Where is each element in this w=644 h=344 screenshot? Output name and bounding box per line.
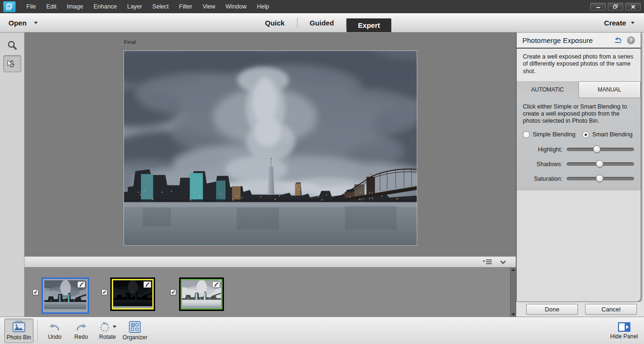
organizer-button[interactable]: Organizer	[121, 319, 149, 343]
thumbnail-1[interactable]	[41, 277, 89, 314]
canvas-view-label: Final	[124, 39, 136, 45]
thumbnail-edit-badge-icon	[212, 281, 220, 288]
panel-description: Create a well exposed photo from a serie…	[517, 49, 641, 81]
simple-blending-radio[interactable]	[523, 131, 530, 138]
bin-item-3	[170, 277, 224, 311]
undo-label: Undo	[48, 334, 62, 340]
menu-bar: File Edit Image Enhance Layer Select Fil…	[0, 0, 644, 13]
taskbar-divider	[37, 320, 38, 342]
minimize-button[interactable]	[590, 3, 606, 10]
panel-action-buttons: Done Cancel	[516, 302, 644, 316]
panel-tabs: AUTOMATIC MANUAL	[517, 81, 641, 98]
shadows-slider[interactable]	[567, 162, 634, 166]
create-button[interactable]: Create	[604, 19, 635, 27]
merged-photo-preview[interactable]	[124, 50, 417, 246]
panel-title: Photomerge Exposure	[522, 36, 593, 44]
menu-window[interactable]: Window	[221, 0, 252, 13]
restore-button[interactable]	[608, 3, 623, 10]
redo-button[interactable]: Redo	[68, 319, 94, 343]
tab-automatic[interactable]: AUTOMATIC	[517, 81, 578, 98]
tab-quick[interactable]: Quick	[253, 13, 297, 32]
rotate-dropdown-caret-icon[interactable]	[113, 326, 116, 328]
undo-icon	[48, 321, 61, 333]
menu-enhance[interactable]: Enhance	[88, 0, 122, 13]
thumbnail-edit-badge-icon	[143, 281, 151, 288]
scroll-down-icon[interactable]	[512, 313, 515, 316]
cancel-button[interactable]: Cancel	[585, 304, 637, 315]
window-controls	[590, 3, 644, 10]
tools-panel	[0, 33, 25, 317]
photomerge-sheet: Photomerge Exposure ? Create a well expo…	[516, 33, 641, 302]
bin-item-2	[101, 277, 155, 311]
simple-blending-option[interactable]: Simple Blending	[523, 131, 575, 138]
thumbnail-edit-badge-icon	[77, 281, 85, 288]
smart-blending-option[interactable]: Smart Blending	[582, 131, 632, 138]
tab-expert[interactable]: Expert	[347, 18, 391, 32]
photo-bin	[25, 268, 516, 317]
menu-filter[interactable]: Filter	[174, 0, 198, 13]
bottom-taskbar: Photo Bin Undo Redo	[0, 317, 644, 344]
saturation-slider[interactable]	[567, 177, 634, 180]
canvas-area: Final	[25, 33, 516, 256]
magnifier-icon	[7, 40, 17, 50]
mouse-cursor	[7, 60, 13, 67]
blending-instruction: Click either Simple or Smart Blending to…	[523, 103, 635, 125]
smart-blending-radio[interactable]	[582, 131, 589, 138]
simple-blending-label: Simple Blending	[533, 131, 575, 138]
rotate-button[interactable]: Rotate	[94, 319, 121, 343]
highlight-slider-row: Highlight:	[523, 146, 635, 153]
highlight-label: Highlight:	[523, 146, 562, 153]
shadows-slider-row: Shadows:	[523, 161, 635, 168]
menu-help[interactable]: Help	[252, 0, 274, 13]
redo-label: Redo	[74, 334, 88, 340]
photo-bin-scrollbar[interactable]	[510, 268, 516, 317]
photo-bin-button[interactable]: Photo Bin	[4, 319, 33, 343]
highlight-slider-thumb[interactable]	[593, 145, 601, 153]
shadows-slider-thumb[interactable]	[596, 160, 603, 168]
highlight-slider[interactable]	[567, 148, 634, 151]
thumbnail-2[interactable]	[110, 277, 155, 311]
hand-tool-button[interactable]	[3, 55, 21, 72]
shadows-label: Shadows:	[523, 161, 562, 168]
panel-empty-area	[517, 190, 641, 302]
tab-manual[interactable]: MANUAL	[578, 81, 641, 98]
saturation-slider-row: Saturation:	[523, 176, 635, 182]
photomerge-panel: Photomerge Exposure ? Create a well expo…	[516, 33, 644, 317]
organizer-label: Organizer	[123, 334, 148, 341]
help-icon[interactable]: ?	[627, 36, 635, 44]
menu-select[interactable]: Select	[147, 0, 174, 13]
collapse-bin-chevron-icon[interactable]	[500, 260, 506, 264]
menu-file[interactable]: File	[21, 0, 41, 13]
thumbnail-3-checkbox[interactable]	[170, 289, 176, 295]
organizer-icon	[129, 321, 141, 333]
hide-panel-button[interactable]: Hide Panel	[608, 319, 640, 343]
app-logo-icon[interactable]	[3, 1, 16, 12]
menu-image[interactable]: Image	[62, 0, 89, 13]
menu-edit[interactable]: Edit	[41, 0, 62, 13]
open-button[interactable]: Open	[8, 19, 38, 27]
done-button[interactable]: Done	[526, 304, 578, 315]
create-dropdown-caret-icon	[631, 22, 635, 24]
bin-panel-menu-icon[interactable]	[483, 259, 492, 265]
saturation-label: Saturation:	[523, 176, 562, 182]
open-dropdown-caret-icon	[34, 22, 38, 24]
close-button[interactable]	[625, 3, 641, 10]
top-options-bar: Open Quick Guided Expert Create	[0, 13, 644, 33]
thumbnail-2-checkbox[interactable]	[101, 289, 107, 295]
rotate-label: Rotate	[99, 334, 116, 340]
thumbnail-3[interactable]	[179, 277, 224, 311]
reset-panel-icon[interactable]	[613, 36, 623, 44]
saturation-slider-thumb[interactable]	[596, 175, 603, 182]
zoom-tool-button[interactable]	[3, 37, 21, 54]
menu-view[interactable]: View	[198, 0, 221, 13]
scroll-up-icon[interactable]	[512, 268, 515, 271]
menu-layer[interactable]: Layer	[122, 0, 147, 13]
hide-panel-icon	[618, 322, 631, 332]
mode-tabs: Quick Guided Expert	[253, 13, 391, 32]
bin-item-1	[33, 277, 89, 314]
thumbnail-1-checkbox[interactable]	[33, 289, 39, 295]
tab-guided[interactable]: Guided	[297, 13, 347, 32]
photoshop-elements-window: File Edit Image Enhance Layer Select Fil…	[0, 0, 644, 344]
photo-bin-icon	[12, 321, 26, 333]
undo-button[interactable]: Undo	[41, 319, 68, 343]
